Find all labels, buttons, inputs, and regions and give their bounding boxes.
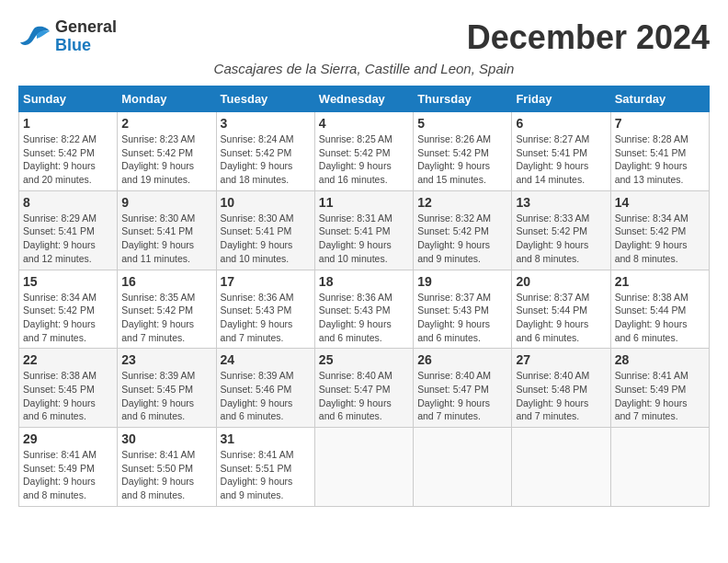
- day-info: Sunrise: 8:32 AM Sunset: 5:42 PM Dayligh…: [417, 212, 507, 266]
- day-number: 4: [319, 116, 409, 131]
- header-tuesday: Tuesday: [216, 86, 314, 112]
- calendar-cell: 27 Sunrise: 8:40 AM Sunset: 5:48 PM Dayl…: [512, 349, 610, 428]
- day-info: Sunrise: 8:27 AM Sunset: 5:41 PM Dayligh…: [516, 132, 606, 187]
- header-monday: Monday: [118, 86, 216, 112]
- day-info: Sunrise: 8:36 AM Sunset: 5:43 PM Dayligh…: [221, 291, 311, 345]
- calendar-cell: 21 Sunrise: 8:38 AM Sunset: 5:44 PM Dayl…: [610, 270, 709, 349]
- calendar-cell: 5 Sunrise: 8:26 AM Sunset: 5:42 PM Dayli…: [414, 112, 512, 191]
- day-info: Sunrise: 8:34 AM Sunset: 5:42 PM Dayligh…: [615, 212, 705, 266]
- day-number: 31: [221, 431, 311, 446]
- day-info: Sunrise: 8:26 AM Sunset: 5:42 PM Dayligh…: [417, 132, 507, 187]
- calendar-week-1: 1 Sunrise: 8:22 AM Sunset: 5:42 PM Dayli…: [19, 112, 710, 191]
- day-number: 19: [417, 274, 507, 289]
- day-number: 27: [516, 352, 606, 367]
- calendar-cell: 2 Sunrise: 8:23 AM Sunset: 5:42 PM Dayli…: [118, 112, 216, 191]
- day-info: Sunrise: 8:38 AM Sunset: 5:45 PM Dayligh…: [23, 369, 113, 423]
- calendar-cell: 28 Sunrise: 8:41 AM Sunset: 5:49 PM Dayl…: [610, 349, 709, 428]
- calendar-cell: 25 Sunrise: 8:40 AM Sunset: 5:47 PM Dayl…: [314, 349, 413, 428]
- day-number: 30: [121, 431, 211, 446]
- day-number: 10: [221, 195, 311, 210]
- calendar-cell: 9 Sunrise: 8:30 AM Sunset: 5:41 PM Dayli…: [118, 190, 216, 270]
- day-number: 28: [615, 352, 705, 367]
- day-number: 5: [417, 116, 507, 131]
- day-info: Sunrise: 8:36 AM Sunset: 5:43 PM Dayligh…: [319, 291, 409, 345]
- day-info: Sunrise: 8:41 AM Sunset: 5:49 PM Dayligh…: [23, 448, 113, 502]
- calendar-cell: 22 Sunrise: 8:38 AM Sunset: 5:45 PM Dayl…: [19, 349, 118, 428]
- day-info: Sunrise: 8:39 AM Sunset: 5:46 PM Dayligh…: [221, 369, 311, 423]
- calendar-cell: [414, 428, 512, 507]
- calendar-cell: 16 Sunrise: 8:35 AM Sunset: 5:42 PM Dayl…: [118, 270, 216, 349]
- calendar-cell: 30 Sunrise: 8:41 AM Sunset: 5:50 PM Dayl…: [118, 428, 216, 507]
- calendar-cell: 3 Sunrise: 8:24 AM Sunset: 5:42 PM Dayli…: [216, 112, 314, 191]
- day-number: 25: [319, 352, 409, 367]
- day-number: 20: [516, 274, 606, 289]
- day-number: 23: [121, 352, 211, 367]
- calendar-cell: 7 Sunrise: 8:28 AM Sunset: 5:41 PM Dayli…: [610, 112, 709, 191]
- header: GeneralBlue December 2024: [18, 18, 710, 57]
- calendar-cell: [512, 428, 610, 507]
- calendar-cell: 19 Sunrise: 8:37 AM Sunset: 5:43 PM Dayl…: [414, 270, 512, 349]
- day-number: 12: [417, 195, 507, 210]
- day-info: Sunrise: 8:41 AM Sunset: 5:50 PM Dayligh…: [121, 448, 211, 502]
- day-number: 8: [23, 195, 113, 210]
- day-number: 16: [121, 274, 211, 289]
- day-number: 11: [319, 195, 409, 210]
- calendar-cell: 10 Sunrise: 8:30 AM Sunset: 5:41 PM Dayl…: [216, 190, 314, 270]
- day-info: Sunrise: 8:39 AM Sunset: 5:45 PM Dayligh…: [121, 369, 211, 423]
- logo-text: GeneralBlue: [55, 18, 117, 55]
- day-info: Sunrise: 8:29 AM Sunset: 5:41 PM Dayligh…: [23, 212, 113, 266]
- day-number: 3: [221, 116, 311, 131]
- calendar-cell: 13 Sunrise: 8:33 AM Sunset: 5:42 PM Dayl…: [512, 190, 610, 270]
- calendar-cell: 23 Sunrise: 8:39 AM Sunset: 5:45 PM Dayl…: [118, 349, 216, 428]
- day-number: 21: [615, 274, 705, 289]
- calendar-table: Sunday Monday Tuesday Wednesday Thursday…: [18, 86, 710, 507]
- month-title: December 2024: [467, 18, 710, 57]
- calendar-cell: [314, 428, 413, 507]
- calendar-cell: 29 Sunrise: 8:41 AM Sunset: 5:49 PM Dayl…: [19, 428, 118, 507]
- day-info: Sunrise: 8:37 AM Sunset: 5:43 PM Dayligh…: [417, 291, 507, 345]
- calendar-week-5: 29 Sunrise: 8:41 AM Sunset: 5:49 PM Dayl…: [19, 428, 710, 507]
- day-info: Sunrise: 8:41 AM Sunset: 5:51 PM Dayligh…: [221, 448, 311, 502]
- header-friday: Friday: [512, 86, 610, 112]
- day-info: Sunrise: 8:24 AM Sunset: 5:42 PM Dayligh…: [221, 132, 311, 187]
- header-thursday: Thursday: [414, 86, 512, 112]
- calendar-cell: 31 Sunrise: 8:41 AM Sunset: 5:51 PM Dayl…: [216, 428, 314, 507]
- header-sunday: Sunday: [19, 86, 118, 112]
- calendar-cell: 14 Sunrise: 8:34 AM Sunset: 5:42 PM Dayl…: [610, 190, 709, 270]
- day-info: Sunrise: 8:25 AM Sunset: 5:42 PM Dayligh…: [319, 132, 409, 187]
- day-number: 17: [221, 274, 311, 289]
- day-info: Sunrise: 8:35 AM Sunset: 5:42 PM Dayligh…: [121, 291, 211, 345]
- day-info: Sunrise: 8:40 AM Sunset: 5:47 PM Dayligh…: [319, 369, 409, 423]
- logo-icon: [18, 24, 51, 50]
- calendar-cell: 17 Sunrise: 8:36 AM Sunset: 5:43 PM Dayl…: [216, 270, 314, 349]
- day-number: 18: [319, 274, 409, 289]
- day-info: Sunrise: 8:30 AM Sunset: 5:41 PM Dayligh…: [121, 212, 211, 266]
- calendar-cell: 18 Sunrise: 8:36 AM Sunset: 5:43 PM Dayl…: [314, 270, 413, 349]
- day-number: 1: [23, 116, 113, 131]
- day-number: 7: [615, 116, 705, 131]
- subtitle: Cascajares de la Sierra, Castille and Le…: [18, 61, 710, 76]
- day-number: 24: [221, 352, 311, 367]
- day-number: 15: [23, 274, 113, 289]
- calendar-header-row: Sunday Monday Tuesday Wednesday Thursday…: [19, 86, 710, 112]
- day-info: Sunrise: 8:41 AM Sunset: 5:49 PM Dayligh…: [615, 369, 705, 423]
- calendar-week-3: 15 Sunrise: 8:34 AM Sunset: 5:42 PM Dayl…: [19, 270, 710, 349]
- calendar-cell: 26 Sunrise: 8:40 AM Sunset: 5:47 PM Dayl…: [414, 349, 512, 428]
- day-info: Sunrise: 8:40 AM Sunset: 5:48 PM Dayligh…: [516, 369, 606, 423]
- day-number: 26: [417, 352, 507, 367]
- calendar-cell: 15 Sunrise: 8:34 AM Sunset: 5:42 PM Dayl…: [19, 270, 118, 349]
- calendar-week-2: 8 Sunrise: 8:29 AM Sunset: 5:41 PM Dayli…: [19, 190, 710, 270]
- day-number: 2: [121, 116, 211, 131]
- day-info: Sunrise: 8:23 AM Sunset: 5:42 PM Dayligh…: [121, 132, 211, 187]
- day-number: 6: [516, 116, 606, 131]
- day-info: Sunrise: 8:30 AM Sunset: 5:41 PM Dayligh…: [221, 212, 311, 266]
- day-number: 22: [23, 352, 113, 367]
- calendar-cell: 11 Sunrise: 8:31 AM Sunset: 5:41 PM Dayl…: [314, 190, 413, 270]
- day-number: 13: [516, 195, 606, 210]
- day-info: Sunrise: 8:22 AM Sunset: 5:42 PM Dayligh…: [23, 132, 113, 187]
- calendar-cell: [610, 428, 709, 507]
- calendar-cell: 1 Sunrise: 8:22 AM Sunset: 5:42 PM Dayli…: [19, 112, 118, 191]
- day-number: 14: [615, 195, 705, 210]
- logo: GeneralBlue: [18, 18, 117, 55]
- calendar-cell: 20 Sunrise: 8:37 AM Sunset: 5:44 PM Dayl…: [512, 270, 610, 349]
